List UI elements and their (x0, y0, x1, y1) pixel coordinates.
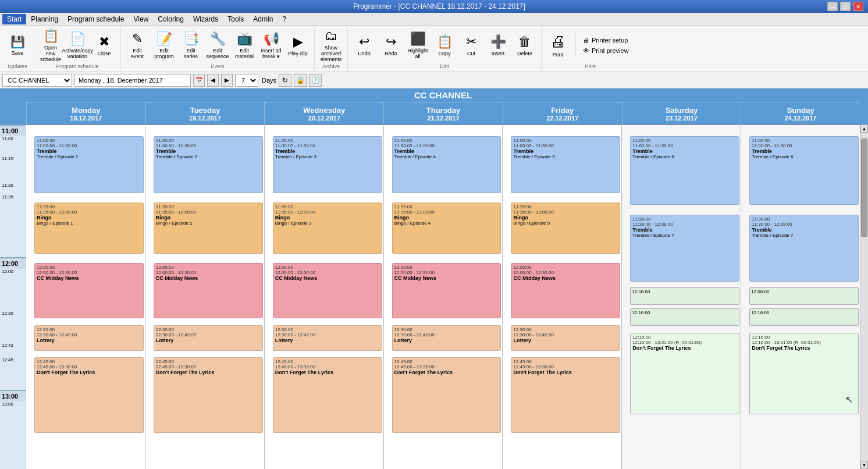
program-news-thu[interactable]: 12:00:00 12:00:00 - 12:30:00 CC Midday N… (392, 263, 501, 318)
scroll-down-btn[interactable]: ▼ (860, 461, 868, 469)
copy-icon: 📋 (437, 34, 453, 49)
gap-sat-2: 12:16:00 (630, 308, 739, 326)
program-lyrics-thu[interactable]: 12:45:00 12:45:00 - 13:30:00 Don't Forge… (392, 357, 501, 433)
close-btn[interactable]: ✕ (853, 2, 863, 11)
menu-start[interactable]: Start (2, 14, 26, 24)
program-tremble-ep2-tue[interactable]: 11:00:00 11:00:00 - 11:30:00 Tremble Tre… (154, 136, 263, 193)
program-tremble-ep5-fri[interactable]: 11:00:00 11:00:00 - 11:30:00 Tremble Tre… (511, 136, 620, 193)
edit-material-button[interactable]: 📺 Edit material (232, 29, 257, 62)
gap-sun-1: 12:08:00 (749, 287, 859, 305)
lock-btn[interactable]: 🔒 (294, 74, 307, 87)
program-lyrics-fri[interactable]: 12:45:00 12:45:00 - 13:30:00 Don't Forge… (511, 357, 620, 433)
channel-select[interactable]: CC CHANNEL (2, 74, 72, 87)
menu-admin[interactable]: Admin (248, 14, 278, 24)
time-label-1115: 11:15 (2, 156, 13, 161)
program-tremble-ep6-sat[interactable]: 11:00:00 11:00:00 - 11:30:00 Tremble Tre… (630, 136, 739, 205)
menu-view[interactable]: View (129, 14, 153, 24)
edit-material-icon: 📺 (237, 31, 252, 47)
time-label-1215: 12:30 (2, 311, 13, 316)
highlight-all-button[interactable]: ⬛ Highlight all (405, 29, 431, 62)
edit-program-icon: 📝 (156, 31, 172, 47)
open-new-schedule-button[interactable]: 📋 Open new schedule (38, 29, 63, 62)
channel-title: CC CHANNEL (26, 88, 860, 102)
print-button[interactable]: 🖨 Print (545, 29, 571, 62)
restore-btn[interactable]: □ (840, 2, 851, 11)
play-clip-button[interactable]: ▶ Play clip (285, 29, 311, 62)
menu-tools[interactable]: Tools (223, 14, 248, 24)
program-lyrics-wed[interactable]: 12:45:00 12:45:00 - 13:30:00 Don't Forge… (273, 357, 382, 433)
program-bingo-ep2-tue[interactable]: 11:35:00 11:35:00 - 12:00:00 Bingo Bingo… (154, 202, 263, 254)
program-news-mon[interactable]: 12:00:00 12:00:00 - 12:30:00 CC Midday N… (34, 263, 144, 318)
scroll-up-btn[interactable]: ▲ (860, 125, 868, 133)
delete-button[interactable]: 🗑 Delete (512, 29, 538, 62)
program-bingo-ep5-fri[interactable]: 11:35:00 11:35:00 - 12:00:00 Bingo Bingo… (511, 202, 620, 254)
program-news-fri[interactable]: 12:00:00 12:00:00 - 12:30:00 CC Midday N… (511, 263, 620, 318)
edit-sequence-button[interactable]: 🔧 Edit sequence (205, 29, 230, 62)
days-count-select[interactable]: 7 (235, 74, 258, 87)
open-schedule-icon: 📋 (43, 29, 59, 44)
program-tremble-ep7-sun[interactable]: 11:38:00 11:36:00 - 12:08:00 Tremble Tre… (749, 215, 859, 282)
redo-button[interactable]: ↪ Redo (378, 29, 404, 62)
activate-copy-button[interactable]: 📄 Activate/copy variation (65, 29, 90, 62)
cut-icon: ✂ (466, 34, 476, 49)
toolbar-group-updates: 💾 Save Updates (1, 27, 34, 70)
edit-series-button[interactable]: 📑 Edit series (178, 29, 204, 62)
menu-help[interactable]: ? (278, 14, 291, 24)
insert-button[interactable]: ➕ Insert (485, 29, 511, 62)
day-col-thursday: 11:00:00 11:00:00 - 11:30:00 Tremble Tre… (383, 125, 503, 469)
program-lyrics-tue[interactable]: 12:45:00 12:45:00 - 13:30:00 Don't Forge… (154, 357, 263, 433)
program-lyrics-sun[interactable]: 12:16:00 12:16:00 - 13:01:00 (R -00:01:0… (749, 333, 859, 414)
cut-button[interactable]: ✂ Cut (458, 29, 484, 62)
minimize-btn[interactable]: — (827, 2, 838, 11)
toolbar-group-print: 🖨 Print 🖨 Printer setup 👁 Print preview … (542, 27, 639, 70)
menu-planning[interactable]: Planning (26, 14, 63, 24)
prev-btn[interactable]: ◀ (207, 74, 219, 87)
menu-coloring[interactable]: Coloring (153, 14, 188, 24)
program-tremble-ep4-thu[interactable]: 11:00:00 11:00:00 - 11:30:00 Tremble Tre… (392, 136, 501, 193)
next-btn[interactable]: ▶ (221, 74, 233, 87)
program-lottery-wed[interactable]: 12:30:00 12:30:00 - 12:42:00 Lottery (273, 325, 382, 351)
program-tremble-ep6-sun[interactable]: 11:00:00 11:00:00 - 11:30:00 Tremble Tre… (749, 136, 859, 205)
program-news-wed[interactable]: 12:00:00 12:00:00 - 12:30:00 CC Midday N… (273, 263, 382, 318)
show-archived-button[interactable]: 🗂 Show archived elements (318, 29, 344, 62)
program-lottery-tue[interactable]: 12:30:00 12:30:00 - 12:42:00 Lottery (154, 325, 263, 351)
time-label-1300: 13:00 (2, 402, 13, 407)
program-bingo-ep3-wed[interactable]: 11:35:00 11:35:00 - 12:00:00 Bingo Bingo… (273, 202, 382, 254)
clock-btn[interactable]: 🕐 (309, 74, 322, 87)
print-preview-link[interactable]: 👁 Print preview (581, 46, 631, 55)
date-picker-btn[interactable]: 📅 (193, 74, 205, 87)
time-header-cell (0, 88, 26, 125)
date-label: 18. December 2017 (106, 77, 163, 84)
edit-program-button[interactable]: 📝 Edit program (151, 29, 177, 62)
toolbar-group-archive: 🗂 Show archived elements Archive (315, 27, 348, 70)
refresh-btn[interactable]: ↻ (279, 74, 291, 87)
program-news-tue[interactable]: 12:00:00 12:00:00 - 12:30:00 CC Midday N… (154, 263, 263, 318)
close-button[interactable]: ✖ Close (91, 29, 117, 62)
program-lottery-mon[interactable]: 12:30:00 12:30:00 - 12:42:00 Lottery (34, 325, 144, 351)
program-lyrics-mon[interactable]: 12:45:00 12:45:00 - 13:30:00 Don't Forge… (34, 357, 144, 433)
program-lottery-fri[interactable]: 12:30:00 12:30:00 - 12:42:00 Lottery (511, 325, 620, 351)
day-col-wednesday: 11:00:00 11:00:00 - 11:30:00 Tremble Tre… (264, 125, 383, 469)
undo-button[interactable]: ↩ Undo (351, 29, 377, 62)
menu-program-schedule[interactable]: Program schedule (63, 14, 129, 24)
vertical-scrollbar[interactable]: ▲ ▼ (860, 125, 868, 469)
time-label-12: 12:00 (0, 257, 26, 269)
program-tremble-ep7-sat[interactable]: 11:38:00 11:38:00 - 12:08:00 Tremble Tre… (630, 215, 739, 282)
insert-ad-break-button[interactable]: 📢 Insert ad break ▾ (258, 29, 284, 62)
copy-button[interactable]: 📋 Copy (432, 29, 457, 62)
program-lottery-thu[interactable]: 12:30:00 12:30:00 - 12:42:00 Lottery (392, 325, 501, 351)
play-icon: ▶ (293, 34, 303, 49)
menu-wizards[interactable]: Wizards (188, 14, 223, 24)
program-tremble-ep3-wed[interactable]: 11:00:00 11:00:00 - 11:30:00 Tremble Tre… (273, 136, 382, 193)
scroll-thumb[interactable] (861, 138, 867, 237)
program-bingo-ep1-mon[interactable]: 11:35:00 11:35:00 - 12:00:00 Bingo Bingo… (34, 202, 144, 254)
save-button[interactable]: 💾 Save (5, 29, 30, 62)
print-preview-icon: 👁 (583, 47, 589, 54)
window-controls[interactable]: — □ ✕ (827, 2, 863, 11)
program-bingo-ep4-thu[interactable]: 11:35:00 11:35:00 - 12:00:00 Bingo Bingo… (392, 202, 501, 254)
program-tremble-ep1-mon[interactable]: 11:00:00 11:00:00 - 11:30:00 Tremble Tre… (34, 136, 144, 193)
edit-event-button[interactable]: ✎ Edit event (124, 29, 150, 62)
printer-setup-link[interactable]: 🖨 Printer setup (581, 35, 631, 45)
program-lyrics-sat[interactable]: 12:16:00 12:16:00 - 13:01:00 (R -00:01:0… (630, 333, 739, 414)
day-header-wednesday: Wednesday 20.12.2017 (264, 102, 383, 125)
